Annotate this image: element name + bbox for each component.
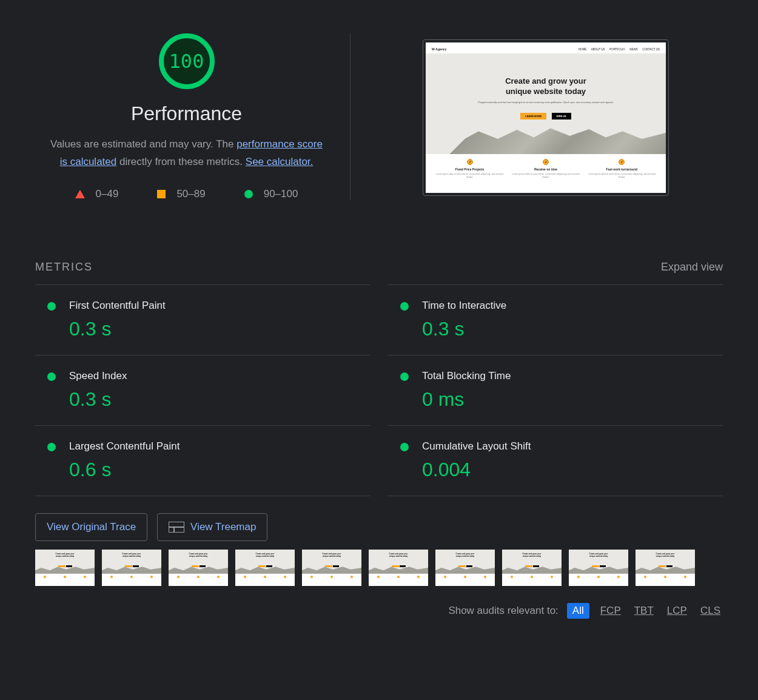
audit-filter-all[interactable]: All [567, 603, 589, 619]
see-calculator-link[interactable]: See calculator. [246, 156, 314, 167]
check-icon [619, 159, 625, 165]
metric-value: 0.6 s [69, 459, 179, 481]
mini-hero-text: unique website today [302, 555, 361, 557]
disclaimer-mid: directly from these metrics. [116, 156, 246, 167]
pass-circle-icon [400, 302, 409, 311]
audit-filter-lcp[interactable]: LCP [665, 604, 689, 618]
mock-feature: Fast work turnaround Lorem ipsum dolor s… [588, 159, 656, 178]
button-label: View Treemap [190, 521, 256, 533]
legend-pass-label: 90–100 [264, 188, 298, 200]
check-icon [467, 159, 473, 165]
square-icon [157, 190, 166, 198]
metrics-section-title: METRICS [35, 261, 93, 274]
mock-nav-item: ABOUT US [591, 48, 605, 51]
screenshot-frame: W-Agency HOME ABOUT US PORTFOLIO NEWS CO… [423, 39, 669, 196]
metric-tbt: Total Blocking Time 0 ms [388, 355, 723, 425]
metric-value: 0.3 s [69, 388, 127, 411]
mock-feature-title: Fixed Price Projects [435, 167, 504, 171]
circle-icon [244, 190, 253, 198]
pass-circle-icon [47, 372, 56, 381]
filmstrip-thumbnail[interactable]: Create and grow yourunique website today [235, 550, 295, 586]
score-legend: 0–49 50–89 90–100 [35, 188, 338, 200]
filmstrip-thumbnail[interactable]: Create and grow yourunique website today [369, 550, 428, 586]
performance-gauge: 100 [159, 33, 215, 89]
metric-fcp: First Contentful Paint 0.3 s [35, 284, 370, 355]
metric-name: First Contentful Paint [69, 300, 166, 312]
filmstrip: Create and grow yourunique website today… [35, 550, 723, 586]
pass-circle-icon [400, 372, 409, 381]
score-disclaimer: Values are estimated and may vary. The p… [35, 136, 338, 171]
view-treemap-button[interactable]: View Treemap [157, 513, 267, 541]
audit-filter-fcp[interactable]: FCP [598, 604, 623, 618]
metric-value: 0 ms [422, 388, 511, 411]
mini-hero-text: unique website today [369, 555, 428, 557]
mock-nav-links: HOME ABOUT US PORTFOLIO NEWS CONTACT US [575, 47, 660, 51]
mini-hero-text: unique website today [435, 555, 495, 557]
filmstrip-thumbnail[interactable]: Create and grow yourunique website today [302, 550, 361, 586]
metric-speed-index: Speed Index 0.3 s [35, 355, 370, 425]
final-screenshot-preview: W-Agency HOME ABOUT US PORTFOLIO NEWS CO… [369, 33, 723, 200]
metric-name: Cumulative Layout Shift [422, 440, 531, 453]
mini-hero-text: unique website today [102, 555, 161, 557]
mock-feature: Receive on time Lorem ipsum dolor sit am… [512, 159, 580, 178]
mock-nav-item: HOME [579, 48, 587, 51]
metric-name: Time to Interactive [422, 300, 506, 312]
mock-feature-desc: Lorem ipsum dolor sit amet elit do, cons… [588, 173, 656, 178]
mini-hero-text: unique website today [569, 555, 628, 557]
filmstrip-thumbnail[interactable]: Create and grow yourunique website today [569, 550, 628, 586]
check-icon [543, 159, 549, 165]
mini-hero-text: unique website today [35, 555, 95, 557]
mini-hero-text: unique website today [235, 555, 295, 557]
button-label: View Original Trace [47, 521, 136, 533]
filmstrip-thumbnail[interactable]: Create and grow yourunique website today [636, 550, 695, 586]
mock-feature-title: Fast work turnaround [588, 167, 656, 171]
mock-feature-desc: Lorem ipsum dolor sit amet elit do, cons… [435, 173, 504, 178]
mini-hero-text: unique website today [169, 555, 228, 557]
triangle-icon [75, 190, 85, 198]
mock-nav-item: PORTFOLIO [609, 48, 625, 51]
metric-value: 0.3 s [69, 318, 166, 340]
mock-nav-item: NEWS [629, 48, 638, 51]
metric-lcp: Largest Contentful Paint 0.6 s [35, 425, 370, 496]
metrics-grid: First Contentful Paint 0.3 s Time to Int… [35, 284, 723, 496]
view-original-trace-button[interactable]: View Original Trace [35, 513, 147, 541]
mock-nav-item: CONTACT US [642, 48, 660, 51]
metric-name: Speed Index [69, 370, 127, 382]
treemap-icon [169, 522, 184, 533]
mock-mountains [426, 124, 666, 154]
metric-tti: Time to Interactive 0.3 s [388, 284, 723, 355]
mini-hero-text: unique website today [502, 555, 562, 557]
audit-filter-tbt[interactable]: TBT [632, 604, 656, 618]
mock-hero-line2: unique website today [426, 87, 666, 97]
legend-fail-label: 0–49 [96, 188, 119, 200]
mock-brand: W-Agency [432, 47, 446, 51]
audit-filter-label: Show audits relevant to: [448, 605, 558, 617]
legend-avg-label: 50–89 [176, 188, 205, 200]
legend-fail: 0–49 [75, 188, 119, 200]
filmstrip-thumbnail[interactable]: Create and grow yourunique website today [502, 550, 562, 586]
mock-hero-sub: Programmatically work but low hanging fr… [468, 101, 623, 104]
mock-feature-desc: Lorem ipsum dolor sit amet elit do, cons… [512, 173, 580, 178]
pass-circle-icon [47, 443, 56, 451]
metric-name: Largest Contentful Paint [69, 440, 179, 453]
legend-average: 50–89 [157, 188, 205, 200]
category-title: Performance [35, 103, 338, 125]
expand-view-toggle[interactable]: Expand view [661, 261, 723, 274]
filmstrip-thumbnail[interactable]: Create and grow yourunique website today [35, 550, 95, 586]
filmstrip-thumbnail[interactable]: Create and grow yourunique website today [435, 550, 495, 586]
metric-value: 0.3 s [422, 318, 506, 340]
mini-hero-text: unique website today [636, 555, 695, 557]
filmstrip-thumbnail[interactable]: Create and grow yourunique website today [102, 550, 161, 586]
audit-filter-cls[interactable]: CLS [698, 604, 723, 618]
legend-pass: 90–100 [244, 188, 298, 200]
pass-circle-icon [47, 302, 56, 311]
pass-circle-icon [400, 443, 409, 451]
mock-primary-btn: LEARN MORE [520, 113, 546, 119]
mock-feature: Fixed Price Projects Lorem ipsum dolor s… [435, 159, 504, 178]
audit-filter-row: Show audits relevant to: All FCP TBT LCP… [35, 603, 723, 619]
filmstrip-thumbnail[interactable]: Create and grow yourunique website today [169, 550, 228, 586]
metric-name: Total Blocking Time [422, 370, 511, 382]
mock-feature-title: Receive on time [512, 167, 580, 171]
mock-hero-line1: Create and grow your [426, 76, 666, 87]
disclaimer-text: Values are estimated and may vary. The [50, 138, 236, 150]
